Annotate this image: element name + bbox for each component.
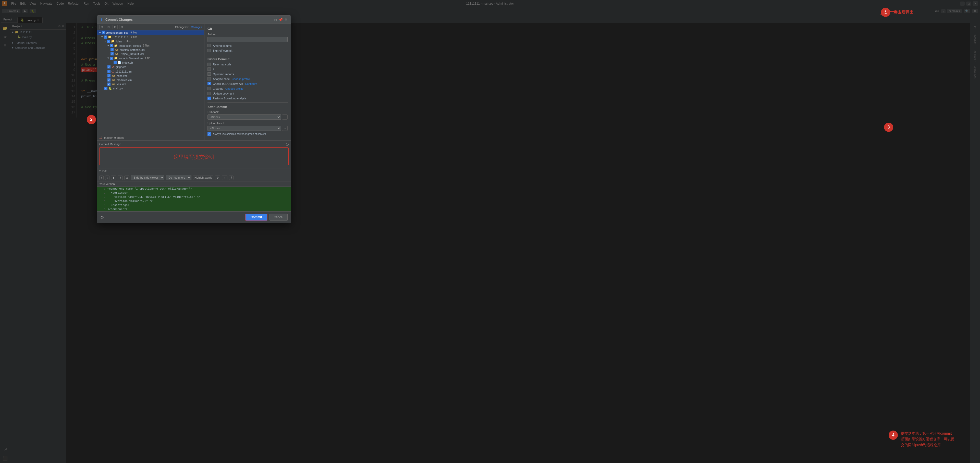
vcs-checkbox[interactable]: ✓: [107, 83, 110, 86]
misc-checkbox[interactable]: ✓: [107, 74, 110, 77]
diff-code-1: <component name="InspectionProjectProfil…: [107, 187, 192, 190]
author-label: Author:: [207, 33, 288, 36]
main-py-checkbox[interactable]: ✓: [104, 87, 107, 90]
xml-icon-5: </>: [111, 83, 116, 86]
sonarlint-expand: ▾: [107, 56, 109, 60]
cancel-btn[interactable]: Cancel: [269, 214, 288, 221]
cleanup-checkbox[interactable]: [207, 87, 211, 90]
dialog-title-controls: ⊡ 📌 ✕: [274, 17, 288, 22]
sonarlint-count: 1 file: [145, 57, 150, 59]
rearrange-checkbox[interactable]: [207, 67, 211, 71]
analyze-row: Analyze code Choose profile: [207, 77, 288, 80]
sonarlint-checkbox[interactable]: ✓: [110, 57, 113, 60]
unversioned-count: 9 files: [130, 31, 137, 34]
diff-down-btn[interactable]: ↓: [105, 176, 110, 180]
ignore-mode-select[interactable]: Do not ignore: [165, 175, 191, 180]
iml-checkbox[interactable]: ✓: [107, 70, 110, 73]
commit-message-textarea[interactable]: [99, 147, 289, 165]
amend-checkbox[interactable]: [207, 44, 211, 47]
diff-prev-btn[interactable]: ⬆: [111, 176, 116, 180]
diff-code-3: <option name="USE_PROJECT_PROFILE" value…: [107, 195, 200, 198]
index-checkbox[interactable]: ✓: [114, 61, 117, 64]
dialog-body: ⊞ ⊟ ⊞ ⊞ Changelist: Changes ▾ ✓ Unversio…: [97, 24, 291, 140]
diff-header[interactable]: ▾ Diff: [97, 168, 291, 174]
diff-more-btn[interactable]: ⋮: [222, 176, 228, 180]
changelist-value[interactable]: Changes: [191, 26, 202, 29]
optimize-checkbox[interactable]: [207, 72, 211, 76]
group-btn[interactable]: ⊞: [113, 25, 118, 29]
unversioned-files-group[interactable]: ▾ ✓ Unversioned Files 9 files: [97, 30, 204, 35]
diff-up-btn[interactable]: ↑: [99, 176, 103, 180]
always-use-checkbox[interactable]: ✓: [207, 133, 211, 136]
copyright-checkbox[interactable]: [207, 92, 211, 95]
pin-icon[interactable]: 📌: [278, 18, 283, 22]
iml-node[interactable]: ✓ ⓘ 11111111.iml: [97, 69, 204, 74]
annotation-3-number: 3: [888, 125, 890, 129]
node-checkbox[interactable]: ✓: [104, 35, 107, 38]
modules-checkbox[interactable]: ✓: [107, 78, 110, 81]
project-default-checkbox[interactable]: ✓: [110, 53, 114, 56]
author-input[interactable]: [207, 37, 288, 42]
main-py-tree-node[interactable]: ✓ 🐍 main.py: [97, 86, 204, 91]
inspection-expand: ▾: [107, 44, 109, 47]
sonarlint-folder-node[interactable]: ▾ ✓ 📁 sonarlint\issuestore 1 file: [97, 56, 204, 60]
footer-settings-icon[interactable]: ⚙: [100, 215, 104, 220]
modules-xml-node[interactable]: ✓ </> modules.xml: [97, 78, 204, 82]
diff-expand-btn[interactable]: ⊞: [124, 176, 129, 180]
cleanup-row: Cleanup Choose profile: [207, 87, 288, 90]
view-mode-select[interactable]: Side-by-side viewer: [131, 175, 164, 180]
diff-help-btn[interactable]: ?: [229, 176, 234, 180]
root-folder-node[interactable]: ▾ ✓ 📁 E:\11111111 9 files: [97, 35, 204, 39]
collapse-all-btn[interactable]: ⊟: [106, 25, 111, 29]
analyze-link[interactable]: Choose profile: [232, 77, 250, 80]
inspection-checkbox[interactable]: ✓: [110, 44, 113, 47]
profiles-settings-node[interactable]: ✓ </> profiles_settings.xml: [97, 48, 204, 52]
upload-config-btn[interactable]: ⋯: [282, 126, 288, 131]
pb-icon: 📄: [118, 61, 121, 64]
diff-label: Diff: [102, 170, 107, 173]
reformat-checkbox[interactable]: [207, 62, 211, 66]
commit-file-tree: ▾ ✓ Unversioned Files 9 files ▾ ✓ 📁 E:\1…: [97, 30, 204, 135]
run-tool-config-btn[interactable]: ⋯: [282, 115, 288, 120]
added-count: 9 added: [115, 136, 124, 139]
upload-select[interactable]: <None>: [207, 126, 281, 131]
profiles-settings-checkbox[interactable]: ✓: [110, 48, 114, 51]
diff-next-btn[interactable]: ⬇: [118, 176, 123, 180]
expand-dialog-icon[interactable]: ⊡: [274, 18, 277, 22]
idea-folder-node[interactable]: ▾ ✓ 📁 .idea 5 files: [97, 39, 204, 43]
misc-xml-node[interactable]: ✓ </> misc.xml: [97, 74, 204, 78]
signoff-checkbox[interactable]: [207, 49, 211, 52]
index-pb-node[interactable]: ✓ 📄 index.pb: [97, 60, 204, 65]
vcs-xml-node[interactable]: ✓ </> vcs.xml: [97, 82, 204, 86]
analyze-checkbox[interactable]: [207, 77, 211, 80]
inspection-folder-node[interactable]: ▾ ✓ 📁 InspectionProfiles 2 files: [97, 43, 204, 48]
diff-line-3: 3 <option name="USE_PROJECT_PROFILE" val…: [97, 195, 291, 199]
run-tool-select[interactable]: <None>: [207, 115, 281, 120]
group-checkbox[interactable]: ✓: [102, 31, 105, 34]
todo-link[interactable]: Configure: [245, 82, 257, 85]
gitignore-checkbox[interactable]: ✓: [107, 65, 110, 69]
gitignore-node[interactable]: ✓ ⊙ .gitignore: [97, 65, 204, 69]
branch-name: master: [104, 136, 113, 139]
annotation-circle-3: 3: [884, 123, 893, 132]
changelist-key: Changelist:: [175, 26, 189, 29]
dialog-close-btn[interactable]: ✕: [284, 17, 288, 22]
diff-settings-btn[interactable]: ⚙: [215, 176, 220, 180]
line-num-3: 3: [99, 195, 105, 198]
annotation-2-number: 2: [90, 117, 93, 122]
cleanup-link[interactable]: Choose profile: [225, 87, 243, 90]
vcs-label: vcs.xml: [117, 83, 126, 86]
todo-checkbox[interactable]: ✓: [207, 82, 211, 85]
sonar-checkbox[interactable]: ✓: [207, 97, 211, 100]
commit-btn[interactable]: Commit: [245, 214, 267, 221]
project-default-node[interactable]: ✓ </> Project_Default.xml: [97, 52, 204, 56]
signoff-label: Sign-off commit: [213, 49, 232, 52]
highlight-words-btn[interactable]: Highlight words: [193, 176, 213, 180]
filter-btn[interactable]: ⊞: [119, 25, 124, 29]
root-folder-label: E:\11111111: [113, 35, 128, 38]
optimize-label: Optimize imports: [213, 73, 234, 76]
idea-checkbox[interactable]: ✓: [107, 40, 110, 43]
commit-message-info-icon[interactable]: ⓘ: [286, 142, 289, 147]
expand-all-btn[interactable]: ⊞: [99, 25, 104, 29]
run-tool-label: Run tool:: [207, 110, 288, 113]
